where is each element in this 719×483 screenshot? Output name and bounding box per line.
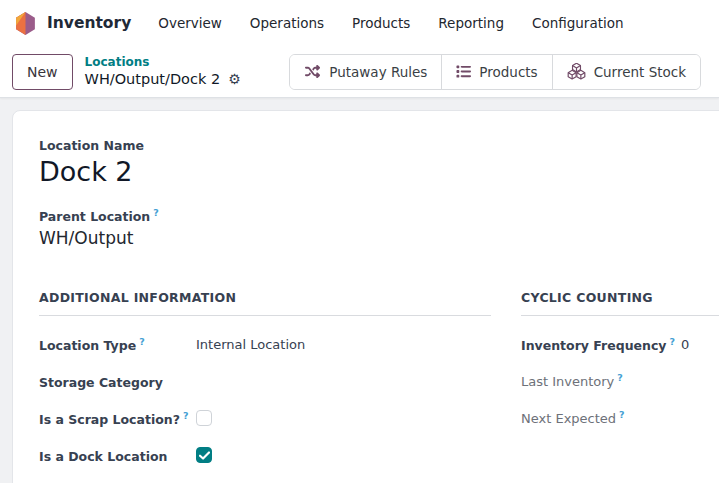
breadcrumb-current: WH/Output/Dock 2	[85, 70, 221, 88]
shuffle-icon	[304, 64, 321, 79]
app-switcher[interactable]: Inventory	[13, 11, 131, 36]
field-row-storage-category: Storage Category	[39, 372, 491, 390]
list-icon	[456, 64, 471, 79]
section-title-cyclic-counting: CYCLIC COUNTING	[521, 290, 719, 316]
next-expected-label: Next Expected?	[521, 409, 681, 426]
storage-category-label: Storage Category	[39, 373, 196, 390]
main-menu: Overview Operations Products Reporting C…	[158, 15, 623, 31]
location-name-value[interactable]: Dock 2	[39, 156, 719, 187]
is-scrap-location-checkbox[interactable]	[196, 410, 212, 426]
products-button[interactable]: Products	[441, 55, 551, 89]
products-label: Products	[479, 64, 537, 80]
top-navbar: Inventory Overview Operations Products R…	[0, 0, 719, 46]
is-dock-location-label: Is a Dock Location	[39, 447, 196, 464]
additional-information-section: ADDITIONAL INFORMATION Location Type? In…	[39, 290, 491, 464]
field-row-is-scrap-location: Is a Scrap Location??	[39, 409, 491, 427]
breadcrumb: Locations WH/Output/Dock 2 ⚙	[85, 55, 241, 88]
help-tooltip-icon: ?	[669, 336, 675, 347]
putaway-rules-label: Putaway Rules	[329, 64, 427, 80]
gear-icon[interactable]: ⚙	[228, 72, 241, 86]
menu-operations[interactable]: Operations	[250, 15, 324, 31]
parent-location-label: Parent Location?	[39, 207, 719, 224]
check-icon	[199, 451, 210, 460]
breadcrumb-locations-link[interactable]: Locations	[85, 55, 241, 70]
putaway-rules-button[interactable]: Putaway Rules	[290, 55, 441, 89]
field-row-last-inventory: Last Inventory?	[521, 372, 719, 390]
new-button[interactable]: New	[12, 54, 73, 90]
help-tooltip-icon: ?	[153, 207, 159, 218]
location-name-label: Location Name	[39, 138, 719, 153]
location-type-label: Location Type?	[39, 336, 196, 353]
field-row-inventory-frequency: Inventory Frequency? 0	[521, 335, 719, 353]
last-inventory-label: Last Inventory?	[521, 372, 681, 389]
help-tooltip-icon: ?	[619, 409, 625, 420]
location-form-sheet: Location Name Dock 2 Parent Location? WH…	[12, 110, 719, 483]
help-tooltip-icon: ?	[183, 410, 189, 421]
menu-reporting[interactable]: Reporting	[438, 15, 504, 31]
inventory-frequency-value[interactable]: 0	[681, 337, 689, 352]
inventory-app-icon	[13, 11, 38, 36]
menu-overview[interactable]: Overview	[158, 15, 222, 31]
menu-products[interactable]: Products	[352, 15, 410, 31]
field-row-location-type: Location Type? Internal Location	[39, 335, 491, 353]
help-tooltip-icon: ?	[617, 372, 623, 383]
section-title-additional-information: ADDITIONAL INFORMATION	[39, 290, 491, 316]
is-scrap-location-label: Is a Scrap Location??	[39, 410, 196, 427]
control-panel: New Locations WH/Output/Dock 2 ⚙ Putaway…	[0, 46, 719, 98]
smart-buttons: Putaway Rules Products Current Stock	[289, 54, 701, 90]
cyclic-counting-section: CYCLIC COUNTING Inventory Frequency? 0 L…	[521, 290, 719, 464]
parent-location-value[interactable]: WH/Output	[39, 228, 719, 248]
cubes-icon	[567, 63, 586, 80]
menu-configuration[interactable]: Configuration	[532, 15, 624, 31]
field-row-next-expected: Next Expected?	[521, 409, 719, 427]
location-type-value[interactable]: Internal Location	[196, 337, 305, 352]
current-stock-button[interactable]: Current Stock	[552, 55, 700, 89]
is-dock-location-checkbox[interactable]	[196, 447, 212, 463]
app-name[interactable]: Inventory	[47, 14, 131, 32]
inventory-frequency-label: Inventory Frequency?	[521, 336, 681, 353]
help-tooltip-icon: ?	[139, 336, 145, 347]
current-stock-label: Current Stock	[594, 64, 686, 80]
field-row-is-dock-location: Is a Dock Location	[39, 446, 491, 464]
